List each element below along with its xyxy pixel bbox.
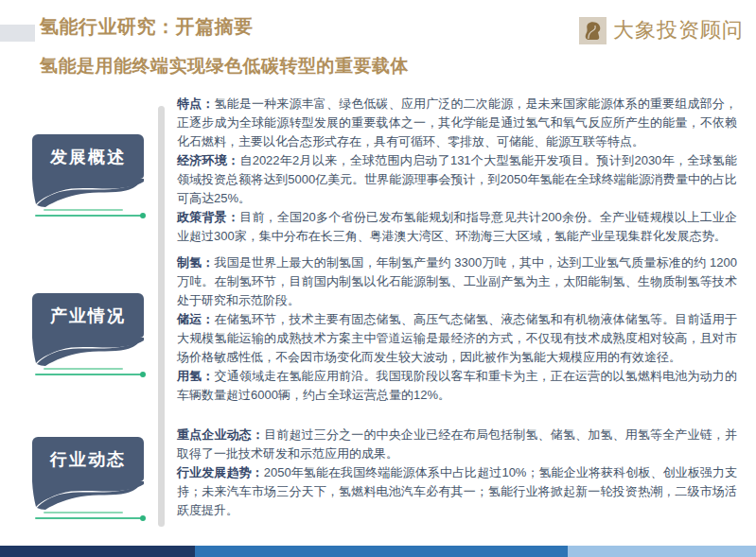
teal-line-long bbox=[35, 374, 141, 375]
paragraph: 特点：氢能是一种来源丰富、绿色低碳、应用广泛的二次能源，是未来国家能源体系的重要… bbox=[177, 95, 737, 151]
paragraph-lead: 重点企业动态： bbox=[177, 427, 264, 442]
section-tag-label: 发展概述 bbox=[50, 146, 126, 168]
paragraph-lead: 特点： bbox=[177, 96, 214, 111]
teal-line-long bbox=[35, 517, 141, 519]
section-development-overview-text: 特点：氢能是一种来源丰富、绿色低碳、应用广泛的二次能源，是未来国家能源体系的重要… bbox=[177, 95, 737, 246]
section-tag-box: 行业动态 bbox=[32, 437, 144, 481]
logo-text: 大象投资顾问 bbox=[613, 16, 744, 44]
teal-dot bbox=[140, 372, 146, 377]
paragraph: 用氢：交通领域走在氢能应用前沿。我国现阶段以客车和重卡为主，正在运营的以氢燃料电… bbox=[177, 367, 737, 405]
paragraph: 制氢：我国是世界上最大的制氢国，年制氢产量约 3300万吨，其中，达到工业氢气质… bbox=[177, 253, 737, 310]
paragraph-text: 自2022年2月以来，全球范围内启动了131个大型氢能开发项目。预计到2030年… bbox=[177, 153, 737, 205]
paragraph-text: 在储氢环节，技术主要有固态储氢、高压气态储氢、液态储氢和有机物液体储氢等。目前适… bbox=[177, 312, 737, 364]
teal-dot bbox=[140, 213, 146, 218]
paragraph-text: 氢能是一种来源丰富、绿色低碳、应用广泛的二次能源，是未来国家能源体系的重要组成部… bbox=[177, 96, 737, 148]
paragraph: 重点企业动态：目前超过三分之一的中央企业已经在布局包括制氢、储氢、加氢、用氢等全… bbox=[177, 426, 737, 463]
slide-subtitle: 氢能是用能终端实现绿色低碳转型的重要载体 bbox=[40, 54, 409, 78]
paragraph: 储运：在储氢环节，技术主要有固态储氢、高压气态储氢、液态储氢和有机物液体储氢等。… bbox=[177, 310, 737, 367]
paragraph-lead: 制氢： bbox=[177, 255, 214, 270]
paragraph-lead: 用氢： bbox=[177, 369, 214, 383]
paragraph-lead: 政策背景： bbox=[177, 210, 239, 224]
section-tag-label: 产业情况 bbox=[50, 305, 126, 327]
wave-decoration bbox=[32, 338, 144, 366]
title-accent-bar bbox=[0, 25, 35, 42]
section-tag-box: 产业情况 bbox=[32, 293, 144, 338]
teal-dot bbox=[140, 515, 146, 521]
section-industry-dynamics-text: 重点企业动态：目前超过三分之一的中央企业已经在布局包括制氢、储氢、加氢、用氢等全… bbox=[177, 426, 737, 520]
paragraph: 行业发展趋势：2050年氢能在我国终端能源体系中占比超过10%；氢能企业将获科创… bbox=[177, 463, 737, 520]
paragraph: 经济环境：自2022年2月以来，全球范围内启动了131个大型氢能开发项目。预计到… bbox=[177, 151, 737, 208]
paragraph-text: 我国是世界上最大的制氢国，年制氢产量约 3300万吨，其中，达到工业氢气质量标准… bbox=[177, 255, 737, 307]
paragraph-lead: 行业发展趋势： bbox=[177, 465, 264, 479]
paragraph-text: 目前，全国20多个省份已发布氢能规划和指导意见共计200余份。全产业链规模以上工… bbox=[177, 210, 737, 243]
paragraph-lead: 经济环境： bbox=[177, 153, 239, 167]
section-tag-label: 行业动态 bbox=[50, 448, 126, 471]
content-area: 特点：氢能是一种来源丰富、绿色低碳、应用广泛的二次能源，是未来国家能源体系的重要… bbox=[177, 95, 737, 520]
bottom-bar-navy-segment bbox=[0, 546, 195, 557]
logo: 大象投资顾问 bbox=[579, 16, 744, 44]
vertical-divider bbox=[158, 106, 165, 527]
paragraph: 政策背景：目前，全国20多个省份已发布氢能规划和指导意见共计200余份。全产业链… bbox=[177, 208, 737, 246]
bottom-bar bbox=[0, 546, 756, 557]
teal-line-short bbox=[44, 512, 123, 513]
wave-decoration bbox=[32, 179, 144, 207]
page-title: 氢能行业研究：开篇摘要 bbox=[40, 14, 254, 40]
teal-line-short bbox=[44, 368, 123, 370]
teal-line-short bbox=[44, 209, 123, 211]
section-tag-development-overview: 发展概述 bbox=[32, 134, 144, 217]
slide: 氢能行业研究：开篇摘要 大象投资顾问 氢能是用能终端实现绿色低碳转型的重要载体 … bbox=[0, 0, 756, 557]
section-tag-box: 发展概述 bbox=[32, 134, 144, 179]
teal-line-long bbox=[35, 215, 141, 217]
bottom-bar-blue-segment bbox=[195, 546, 568, 557]
paragraph-text: 交通领域走在氢能应用前沿。我国现阶段以客车和重卡为主，正在运营的以氢燃料电池为动… bbox=[177, 369, 737, 402]
bottom-bar-lightblue-segment bbox=[568, 546, 756, 557]
section-tag-industry-situation: 产业情况 bbox=[32, 293, 144, 375]
section-tag-industry-dynamics: 行业动态 bbox=[32, 437, 144, 519]
wave-decoration bbox=[32, 481, 144, 510]
paragraph-lead: 储运： bbox=[177, 312, 214, 326]
elephant-icon bbox=[579, 17, 607, 44]
section-industry-situation-text: 制氢：我国是世界上最大的制氢国，年制氢产量约 3300万吨，其中，达到工业氢气质… bbox=[177, 253, 737, 405]
